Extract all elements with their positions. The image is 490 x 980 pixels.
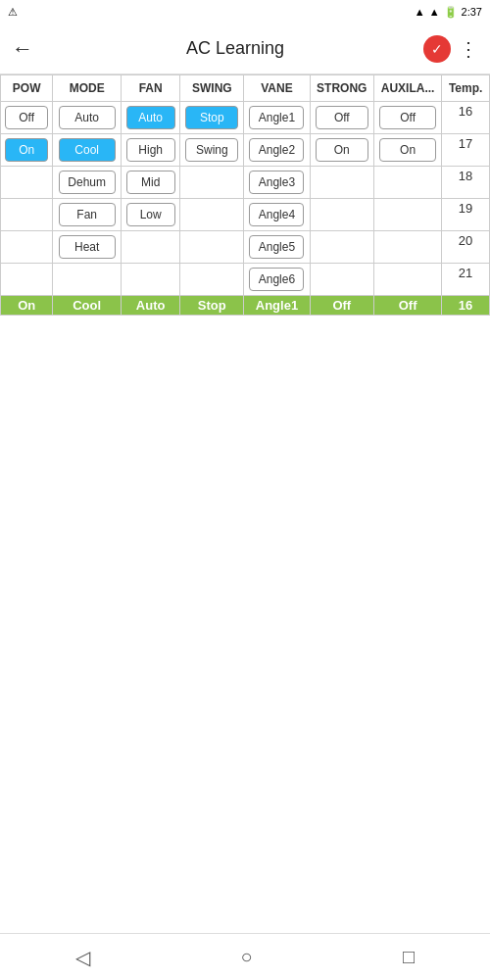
status-bar: ⚠ ▲ ▲ 🔋 2:37 <box>0 0 490 24</box>
pow-on-btn[interactable]: On <box>5 138 48 162</box>
strong-cell: Off <box>310 102 373 134</box>
auxil-on-btn[interactable]: On <box>379 138 436 162</box>
nav-home-button[interactable]: ○ <box>217 938 275 976</box>
warning-icon: ⚠ <box>8 6 18 19</box>
fan-cell: Auto <box>122 102 180 134</box>
strong-off-btn[interactable]: Off <box>316 106 368 129</box>
strong-on-btn[interactable]: On <box>316 138 368 162</box>
mode-heat-cell: Heat <box>53 231 122 264</box>
summary-temp: 16 <box>442 296 490 316</box>
table-header-row: POW MODE FAN SWING VANE STRONG AUXILA...… <box>1 75 490 102</box>
status-left: ⚠ <box>8 6 18 19</box>
app-bar: ← AC Learning ✓ ⋮ <box>0 24 490 74</box>
mode-heat-btn[interactable]: Heat <box>59 235 116 259</box>
mode-cool-cell: Cool <box>53 134 122 167</box>
auxil-empty2 <box>373 199 441 231</box>
summary-mode: Cool <box>53 296 122 316</box>
vane-angle1-btn[interactable]: Angle1 <box>249 106 304 129</box>
summary-pow: On <box>1 296 53 316</box>
vane-cell5: Angle5 <box>244 231 310 264</box>
vane-cell2: Angle2 <box>244 134 310 167</box>
battery-icon: 🔋 <box>444 6 458 19</box>
confirm-button[interactable]: ✓ <box>423 35 451 63</box>
header-vane: VANE <box>244 75 310 102</box>
swing-empty4 <box>180 264 244 296</box>
temp-20: 20 <box>442 231 490 264</box>
header-auxil: AUXILA... <box>373 75 441 102</box>
table-row: On Cool High Swing Angle2 On On <box>1 134 490 167</box>
table-row: Off Auto Auto Stop Angle1 Off Of <box>1 102 490 134</box>
temp-18: 18 <box>442 167 490 199</box>
table-row: Angle6 21 <box>1 264 490 296</box>
vane-cell6: Angle6 <box>244 264 310 296</box>
fan-high-btn[interactable]: High <box>126 138 175 162</box>
vane-angle4-btn[interactable]: Angle4 <box>249 203 304 226</box>
swing-cell: Stop <box>180 102 244 134</box>
nav-back-button[interactable]: ◁ <box>52 938 114 977</box>
signal-icon: ▲ <box>415 6 425 18</box>
swing-empty3 <box>180 231 244 264</box>
pow-empty <box>1 167 53 199</box>
auxil-off-btn[interactable]: Off <box>379 106 436 129</box>
auxil-empty <box>373 167 441 199</box>
strong-empty4 <box>310 264 373 296</box>
vane-angle6-btn[interactable]: Angle6 <box>249 268 304 291</box>
pow-off-btn[interactable]: Off <box>5 106 48 129</box>
app-bar-actions: ✓ ⋮ <box>423 35 478 63</box>
temp-16: 16 <box>442 102 490 134</box>
check-icon: ✓ <box>431 41 443 57</box>
more-menu-button[interactable]: ⋮ <box>459 37 478 61</box>
status-right: ▲ ▲ 🔋 2:37 <box>415 6 482 19</box>
header-fan: FAN <box>122 75 180 102</box>
mode-cool-btn[interactable]: Cool <box>59 138 116 162</box>
mode-dehum-btn[interactable]: Dehum <box>59 171 116 194</box>
temp-19: 19 <box>442 199 490 231</box>
fan-low-btn[interactable]: Low <box>126 203 175 226</box>
auxil-on-cell: On <box>373 134 441 167</box>
temp-21: 21 <box>442 264 490 296</box>
nav-bar: ◁ ○ □ <box>0 933 490 980</box>
header-swing: SWING <box>180 75 244 102</box>
pow-cell: Off <box>1 102 53 134</box>
pow-empty2 <box>1 199 53 231</box>
swing-stop-btn[interactable]: Stop <box>185 106 238 129</box>
nav-recents-button[interactable]: □ <box>379 938 438 976</box>
table-row: Fan Low Angle4 19 <box>1 199 490 231</box>
fan-mid-cell: Mid <box>122 167 180 199</box>
mode-empty <box>53 264 122 296</box>
summary-strong: Off <box>310 296 373 316</box>
vane-cell3: Angle3 <box>244 167 310 199</box>
summary-fan: Auto <box>122 296 180 316</box>
mode-auto-btn[interactable]: Auto <box>59 106 116 129</box>
vane-cell4: Angle4 <box>244 199 310 231</box>
swing-swing-btn[interactable]: Swing <box>185 138 238 162</box>
swing-cell2: Swing <box>180 134 244 167</box>
mode-fan-btn[interactable]: Fan <box>59 203 116 226</box>
back-button[interactable]: ← <box>12 36 47 62</box>
mode-dehum-cell: Dehum <box>53 167 122 199</box>
table-row: Heat Angle5 20 <box>1 231 490 264</box>
time: 2:37 <box>462 6 482 18</box>
summary-auxil: Off <box>373 296 441 316</box>
fan-mid-btn[interactable]: Mid <box>126 171 175 194</box>
summary-swing: Stop <box>180 296 244 316</box>
vane-angle3-btn[interactable]: Angle3 <box>249 171 304 194</box>
vane-angle5-btn[interactable]: Angle5 <box>249 235 304 259</box>
fan-auto-btn[interactable]: Auto <box>126 106 175 129</box>
swing-empty <box>180 167 244 199</box>
header-strong: STRONG <box>310 75 373 102</box>
vane-angle2-btn[interactable]: Angle2 <box>249 138 304 162</box>
bottom-summary-row: On Cool Auto Stop Angle1 Off Off 16 <box>1 296 490 316</box>
temp-17: 17 <box>442 134 490 167</box>
vane-cell: Angle1 <box>244 102 310 134</box>
summary-vane: Angle1 <box>244 296 310 316</box>
main-content: POW MODE FAN SWING VANE STRONG AUXILA...… <box>0 74 490 933</box>
app-title: AC Learning <box>47 38 423 59</box>
ac-table: POW MODE FAN SWING VANE STRONG AUXILA...… <box>0 74 490 316</box>
strong-on-cell: On <box>310 134 373 167</box>
strong-empty2 <box>310 199 373 231</box>
fan-low-cell: Low <box>122 199 180 231</box>
strong-empty3 <box>310 231 373 264</box>
table-row: Dehum Mid Angle3 18 <box>1 167 490 199</box>
strong-empty <box>310 167 373 199</box>
